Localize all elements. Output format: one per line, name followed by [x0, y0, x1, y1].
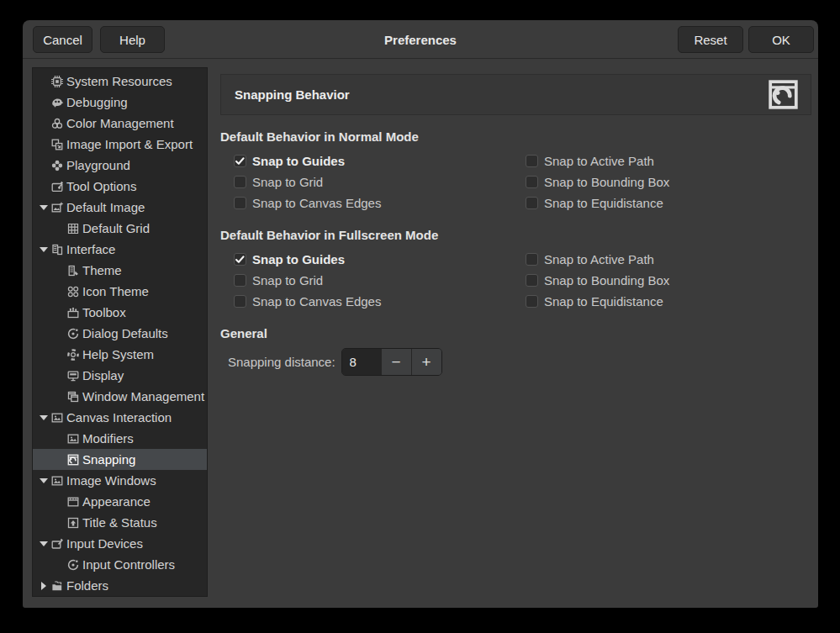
sidebar-item-canvas-interaction[interactable]: Canvas Interaction	[33, 407, 207, 428]
expander-down-icon[interactable]	[36, 247, 50, 252]
input-devices-icon	[50, 537, 64, 551]
expander-down-icon[interactable]	[36, 415, 50, 420]
sidebar-item-help-system[interactable]: Help System	[33, 344, 207, 365]
sidebar-item-display[interactable]: Display	[33, 365, 207, 386]
sidebar-item-tool-options[interactable]: Tool Options	[33, 176, 207, 197]
checkbox-box[interactable]	[526, 155, 538, 167]
sidebar-item-label: Snapping	[82, 452, 135, 467]
expander-down-icon[interactable]	[36, 205, 50, 210]
sidebar-item-input-devices[interactable]: Input Devices	[33, 533, 207, 554]
checkbox-label: Snap to Active Path	[544, 252, 654, 266]
sidebar-item-interface[interactable]: Interface	[33, 239, 207, 260]
sidebar-item-label: Window Management	[82, 389, 204, 404]
checkbox-box[interactable]	[526, 176, 538, 188]
checkbox-box[interactable]	[234, 155, 246, 167]
import-export-icon	[50, 138, 64, 151]
checkbox-snap-to-grid[interactable]: Snap to Grid	[234, 273, 526, 287]
checkbox-snap-to-active-path[interactable]: Snap to Active Path	[526, 252, 811, 266]
checkbox-snap-to-equidistance[interactable]: Snap to Equidistance	[526, 196, 811, 210]
checkbox-snap-to-bounding-box[interactable]: Snap to Bounding Box	[526, 273, 811, 287]
checkbox-snap-to-guides[interactable]: Snap to Guides	[234, 154, 526, 168]
expander-right-icon[interactable]	[36, 582, 50, 590]
snapping-icon	[764, 76, 802, 113]
grid-icon	[66, 222, 80, 235]
sidebar-item-image-import-export[interactable]: Image Import & Export	[33, 134, 207, 155]
cancel-button[interactable]: Cancel	[33, 26, 92, 53]
sidebar-item-color-management[interactable]: Color Management	[33, 113, 207, 134]
checkbox-snap-to-canvas-edges[interactable]: Snap to Canvas Edges	[234, 294, 526, 309]
help-buoy-icon	[66, 348, 80, 361]
checkbox-box[interactable]	[234, 197, 246, 209]
sidebar-item-appearance[interactable]: Appearance	[33, 491, 207, 512]
checkbox-box[interactable]	[526, 197, 538, 209]
sidebar-item-icon-theme[interactable]: Icon Theme	[33, 281, 207, 302]
checkbox-snap-to-active-path[interactable]: Snap to Active Path	[526, 154, 811, 168]
sidebar-item-label: Default Image	[66, 200, 145, 214]
image-icon	[50, 411, 64, 425]
sidebar-item-image-windows[interactable]: Image Windows	[33, 470, 207, 491]
checkbox-snap-to-bounding-box[interactable]: Snap to Bounding Box	[526, 175, 811, 189]
sidebar-item-default-grid[interactable]: Default Grid	[33, 218, 207, 239]
sidebar-item-input-controllers[interactable]: Input Controllers	[33, 554, 207, 575]
expander-down-icon[interactable]	[36, 478, 50, 483]
sidebar-item-title-status[interactable]: Title & Status	[33, 512, 207, 533]
snapping-page: Snapping Behavior Default Behavior in No…	[220, 59, 811, 376]
checkbox-snap-to-canvas-edges[interactable]: Snap to Canvas Edges	[234, 196, 526, 210]
snapping-distance-spinbox: − +	[341, 348, 442, 376]
dial-icon	[66, 327, 80, 340]
sidebar-item-modifiers[interactable]: Modifiers	[33, 428, 207, 449]
sidebar-item-system-resources[interactable]: System Resources	[33, 71, 207, 92]
checkbox-box[interactable]	[234, 176, 246, 188]
checkbox-box[interactable]	[234, 295, 246, 308]
checkbox-label: Snap to Equidistance	[544, 196, 663, 210]
checkbox-label: Snap to Canvas Edges	[252, 294, 381, 309]
checkbox-label: Snap to Grid	[252, 175, 323, 189]
checkbox-box[interactable]	[526, 274, 538, 287]
sidebar-item-theme[interactable]: Theme	[33, 260, 207, 281]
checkbox-label: Snap to Guides	[252, 154, 345, 168]
snapping-distance-input[interactable]	[342, 349, 381, 375]
increment-button[interactable]: +	[411, 349, 441, 375]
sidebar-item-label: Image Windows	[66, 473, 156, 488]
sidebar-item-dialog-defaults[interactable]: Dialog Defaults	[33, 323, 207, 344]
checkbox-label: Snap to Guides	[252, 252, 345, 266]
wilber-icon	[50, 96, 64, 109]
sidebar-item-label: Debugging	[66, 95, 128, 109]
help-button[interactable]: Help	[100, 26, 165, 53]
cpu-icon	[50, 75, 64, 88]
sidebar-item-label: Folders	[66, 578, 108, 593]
sidebar-item-toolbox[interactable]: Toolbox	[33, 302, 207, 323]
sidebar-item-label: Theme	[82, 263, 122, 277]
sidebar-item-playground[interactable]: Playground	[33, 155, 207, 176]
checkbox-snap-to-guides[interactable]: Snap to Guides	[234, 252, 526, 266]
expander-down-icon[interactable]	[36, 541, 50, 546]
decrement-button[interactable]: −	[381, 349, 411, 375]
sidebar-item-debugging[interactable]: Debugging	[33, 92, 207, 113]
folders-icon	[50, 579, 64, 593]
sidebar-item-default-image[interactable]: Default Image	[33, 197, 207, 218]
checkbox-box[interactable]	[526, 295, 538, 308]
image-icon	[66, 432, 80, 446]
color-circles-icon	[50, 117, 64, 130]
checkbox-snap-to-equidistance[interactable]: Snap to Equidistance	[526, 294, 811, 309]
image-icon	[50, 474, 64, 488]
sidebar-item-window-management[interactable]: Window Management	[33, 386, 207, 407]
sidebar-item-snapping[interactable]: Snapping	[33, 449, 207, 470]
checkbox-label: Snap to Bounding Box	[544, 273, 669, 287]
sidebar-item-label: Input Devices	[66, 536, 143, 551]
sidebar-item-label: Image Import & Export	[66, 137, 193, 151]
windows-icon	[66, 390, 80, 404]
ok-button[interactable]: OK	[748, 26, 814, 53]
preferences-category-tree[interactable]: System ResourcesDebuggingColor Managemen…	[32, 67, 208, 597]
checkbox-box[interactable]	[526, 253, 538, 266]
page-header: Snapping Behavior	[220, 74, 811, 115]
checkbox-snap-to-grid[interactable]: Snap to Grid	[234, 175, 526, 189]
sidebar-item-folders[interactable]: Folders	[33, 575, 207, 596]
checkbox-box[interactable]	[234, 253, 246, 266]
sidebar-item-label: Tool Options	[66, 179, 136, 193]
normal-mode-checkbox-grid: Snap to GuidesSnap to GridSnap to Canvas…	[234, 150, 811, 214]
fullscreen-mode-checkbox-grid: Snap to GuidesSnap to GridSnap to Canvas…	[234, 249, 811, 312]
dial-icon	[66, 558, 80, 572]
reset-button[interactable]: Reset	[678, 26, 743, 53]
checkbox-box[interactable]	[234, 274, 246, 287]
